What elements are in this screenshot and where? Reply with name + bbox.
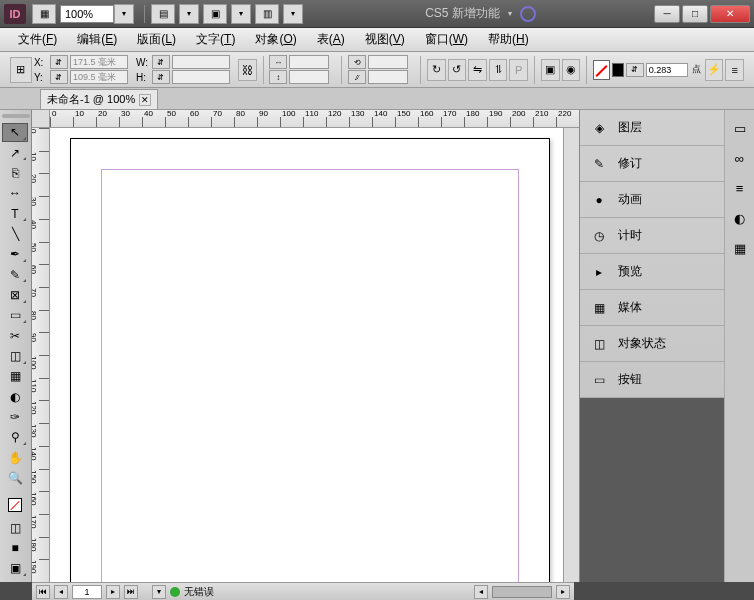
menu-help[interactable]: 帮助(H): [478, 28, 539, 51]
fill-stroke-swatch[interactable]: [2, 493, 28, 517]
panel-计时[interactable]: ◷计时: [580, 218, 724, 254]
constrain-icon[interactable]: ⛓: [238, 59, 257, 81]
panel-动画[interactable]: ●动画: [580, 182, 724, 218]
direct-selection-tool[interactable]: ↗: [2, 143, 28, 162]
zoom-tool[interactable]: 🔍: [2, 468, 28, 487]
horizontal-scrollbar[interactable]: [492, 586, 552, 598]
menu-type[interactable]: 文字(T): [186, 28, 245, 51]
dropdown-icon[interactable]: ▾: [283, 4, 303, 24]
panel-预览[interactable]: ▸预览: [580, 254, 724, 290]
preflight-status-icon[interactable]: [170, 587, 180, 597]
vertical-ruler[interactable]: 0102030405060708090100110120130140150160…: [32, 128, 50, 582]
y-input[interactable]: [70, 70, 128, 84]
prev-page-icon[interactable]: ◂: [54, 585, 68, 599]
scroll-right-icon[interactable]: ▸: [556, 585, 570, 599]
panel-媒体[interactable]: ▦媒体: [580, 290, 724, 326]
dock-icon[interactable]: ◐: [730, 208, 750, 228]
next-page-icon[interactable]: ▸: [106, 585, 120, 599]
reference-point-icon[interactable]: ⊞: [10, 57, 32, 83]
scale-y-icon[interactable]: ↕: [269, 70, 287, 84]
stroke-swatch[interactable]: [612, 63, 624, 77]
tab-close-icon[interactable]: ✕: [139, 94, 151, 106]
flip-v-icon[interactable]: ⥮: [489, 59, 508, 81]
scale-y-input[interactable]: [289, 70, 329, 84]
stepper-icon[interactable]: ⇵: [50, 70, 68, 84]
rectangle-frame-tool[interactable]: ⊠: [2, 285, 28, 304]
select-container-icon[interactable]: ▣: [541, 59, 560, 81]
stroke-weight-input[interactable]: [646, 63, 688, 77]
type-tool[interactable]: T: [2, 204, 28, 223]
fill-swatch[interactable]: [593, 60, 610, 80]
pencil-tool[interactable]: ✎: [2, 265, 28, 284]
rotate-ccw-icon[interactable]: ↺: [448, 59, 467, 81]
scale-x-input[interactable]: [289, 55, 329, 69]
menu-view[interactable]: 视图(V): [355, 28, 415, 51]
rotate-cw-icon[interactable]: ↻: [427, 59, 446, 81]
scissors-tool[interactable]: ✂: [2, 326, 28, 345]
gradient-feather-tool[interactable]: ◐: [2, 387, 28, 406]
cs-live-icon[interactable]: [520, 6, 536, 22]
x-input[interactable]: [70, 55, 128, 69]
gap-tool[interactable]: ↔: [2, 184, 28, 203]
free-transform-tool[interactable]: ◫: [2, 346, 28, 365]
workspace-label[interactable]: CS5 新增功能: [425, 5, 500, 22]
zoom-dropdown-icon[interactable]: ▾: [114, 4, 134, 24]
scroll-left-icon[interactable]: ◂: [474, 585, 488, 599]
last-page-icon[interactable]: ⏭: [124, 585, 138, 599]
ruler-origin[interactable]: [32, 110, 50, 128]
menu-edit[interactable]: 编辑(E): [67, 28, 127, 51]
minimize-button[interactable]: ─: [654, 5, 680, 23]
flip-h-icon[interactable]: ⇋: [468, 59, 487, 81]
shear-input[interactable]: [368, 70, 408, 84]
menu-object[interactable]: 对象(O): [245, 28, 306, 51]
gradient-swatch-tool[interactable]: ▦: [2, 367, 28, 386]
stepper-icon[interactable]: ⇵: [626, 63, 644, 77]
shear-icon[interactable]: ⫽: [348, 70, 366, 84]
zoom-input[interactable]: [60, 5, 114, 23]
select-content-icon[interactable]: ◉: [562, 59, 581, 81]
panel-按钮[interactable]: ▭按钮: [580, 362, 724, 398]
stepper-icon[interactable]: ⇵: [50, 55, 68, 69]
stepper-icon[interactable]: ⇵: [152, 70, 170, 84]
dock-icon[interactable]: ▭: [730, 118, 750, 138]
menu-file[interactable]: 文件(F): [8, 28, 67, 51]
first-page-icon[interactable]: ⏮: [36, 585, 50, 599]
stepper-icon[interactable]: ⇵: [152, 55, 170, 69]
apply-color-icon[interactable]: ■: [2, 538, 28, 557]
hand-tool[interactable]: ✋: [2, 448, 28, 467]
rotate-icon[interactable]: ⟲: [348, 55, 366, 69]
document-tab[interactable]: 未命名-1 @ 100% ✕: [40, 89, 158, 109]
dropdown-icon[interactable]: ▾: [231, 4, 251, 24]
pasteboard[interactable]: [50, 128, 563, 582]
menu-table[interactable]: 表(A): [307, 28, 355, 51]
dock-icon[interactable]: ∞: [730, 148, 750, 168]
page-tool[interactable]: ⎘: [2, 163, 28, 182]
dropdown-icon[interactable]: ▾: [508, 9, 512, 18]
quick-apply-icon[interactable]: ⚡: [705, 59, 724, 81]
screen-mode-icon[interactable]: ▣: [203, 4, 227, 24]
line-tool[interactable]: ╲: [2, 224, 28, 243]
menu-window[interactable]: 窗口(W): [415, 28, 478, 51]
panel-修订[interactable]: ✎修订: [580, 146, 724, 182]
panel-menu-icon[interactable]: ≡: [725, 59, 744, 81]
maximize-button[interactable]: □: [682, 5, 708, 23]
dock-icon[interactable]: ▦: [730, 238, 750, 258]
selection-tool[interactable]: ↖: [2, 123, 28, 142]
scale-x-icon[interactable]: ↔: [269, 55, 287, 69]
w-input[interactable]: [172, 55, 230, 69]
page[interactable]: [70, 138, 550, 582]
panel-对象状态[interactable]: ◫对象状态: [580, 326, 724, 362]
h-input[interactable]: [172, 70, 230, 84]
toolbox-grip[interactable]: [2, 114, 30, 118]
bridge-icon[interactable]: ▦: [32, 4, 56, 24]
menu-layout[interactable]: 版面(L): [127, 28, 186, 51]
dropdown-icon[interactable]: ▾: [179, 4, 199, 24]
open-menu-icon[interactable]: ▾: [152, 585, 166, 599]
horizontal-ruler[interactable]: 0102030405060708090100110120130140150160…: [32, 110, 579, 128]
view-options-icon[interactable]: ▤: [151, 4, 175, 24]
eyedropper-tool[interactable]: ⚲: [2, 428, 28, 447]
pen-tool[interactable]: ✒: [2, 245, 28, 264]
page-input[interactable]: [72, 585, 102, 599]
formatting-affects-icon[interactable]: ◫: [2, 518, 28, 537]
note-tool[interactable]: ✑: [2, 407, 28, 426]
